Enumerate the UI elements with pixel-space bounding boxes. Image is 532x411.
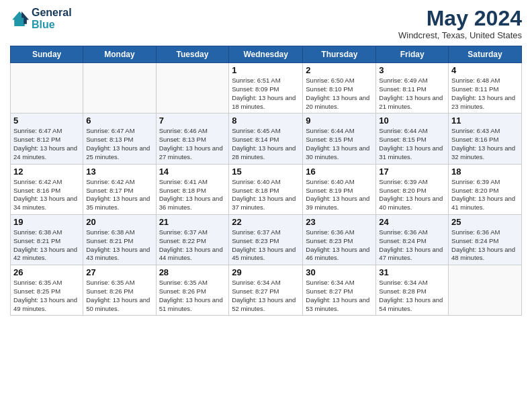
calendar-cell: 27Sunrise: 6:35 AM Sunset: 8:26 PM Dayli… <box>83 265 156 316</box>
logo-text: General Blue <box>32 7 72 30</box>
day-info: Sunrise: 6:41 AM Sunset: 8:18 PM Dayligh… <box>159 178 226 212</box>
day-number: 22 <box>232 217 300 227</box>
day-number: 30 <box>306 267 373 277</box>
col-friday: Friday <box>376 46 449 63</box>
day-info: Sunrise: 6:47 AM Sunset: 8:12 PM Dayligh… <box>13 127 80 161</box>
calendar-cell: 18Sunrise: 6:39 AM Sunset: 8:20 PM Dayli… <box>449 164 522 214</box>
day-info: Sunrise: 6:48 AM Sunset: 8:11 PM Dayligh… <box>451 77 519 111</box>
day-number: 21 <box>159 217 226 227</box>
day-number: 8 <box>232 116 300 126</box>
month-year: May 2024 <box>398 7 522 30</box>
day-number: 25 <box>451 217 519 227</box>
calendar-cell: 6Sunrise: 6:47 AM Sunset: 8:13 PM Daylig… <box>83 113 156 164</box>
day-number: 6 <box>86 116 152 126</box>
day-info: Sunrise: 6:45 AM Sunset: 8:14 PM Dayligh… <box>232 127 300 161</box>
col-saturday: Saturday <box>449 46 522 63</box>
calendar-cell: 17Sunrise: 6:39 AM Sunset: 8:20 PM Dayli… <box>376 164 449 214</box>
day-info: Sunrise: 6:35 AM Sunset: 8:26 PM Dayligh… <box>159 279 226 313</box>
day-info: Sunrise: 6:36 AM Sunset: 8:24 PM Dayligh… <box>451 228 519 263</box>
calendar-cell: 5Sunrise: 6:47 AM Sunset: 8:12 PM Daylig… <box>11 113 83 164</box>
calendar-cell: 29Sunrise: 6:34 AM Sunset: 8:27 PM Dayli… <box>229 265 303 316</box>
calendar-cell: 19Sunrise: 6:38 AM Sunset: 8:21 PM Dayli… <box>11 214 83 265</box>
col-monday: Monday <box>83 46 156 63</box>
calendar-cell: 11Sunrise: 6:43 AM Sunset: 8:16 PM Dayli… <box>449 113 522 164</box>
col-sunday: Sunday <box>11 46 83 63</box>
calendar-week-4: 19Sunrise: 6:38 AM Sunset: 8:21 PM Dayli… <box>11 214 522 265</box>
day-info: Sunrise: 6:42 AM Sunset: 8:17 PM Dayligh… <box>86 178 152 212</box>
day-number: 20 <box>86 217 152 227</box>
calendar-cell: 10Sunrise: 6:44 AM Sunset: 8:15 PM Dayli… <box>376 113 449 164</box>
calendar-cell: 25Sunrise: 6:36 AM Sunset: 8:24 PM Dayli… <box>449 214 522 265</box>
day-number: 23 <box>306 217 373 227</box>
calendar-cell: 21Sunrise: 6:37 AM Sunset: 8:22 PM Dayli… <box>156 214 229 265</box>
day-info: Sunrise: 6:39 AM Sunset: 8:20 PM Dayligh… <box>379 178 445 212</box>
day-number: 28 <box>159 267 226 277</box>
header-row: Sunday Monday Tuesday Wednesday Thursday… <box>11 46 522 63</box>
logo: General Blue <box>10 7 72 30</box>
day-number: 29 <box>232 267 300 277</box>
day-number: 10 <box>379 116 445 126</box>
day-number: 5 <box>13 116 80 126</box>
day-info: Sunrise: 6:34 AM Sunset: 8:27 PM Dayligh… <box>232 279 300 313</box>
day-number: 17 <box>379 167 445 177</box>
day-info: Sunrise: 6:50 AM Sunset: 8:10 PM Dayligh… <box>306 77 373 111</box>
day-info: Sunrise: 6:39 AM Sunset: 8:20 PM Dayligh… <box>451 178 519 212</box>
day-info: Sunrise: 6:42 AM Sunset: 8:16 PM Dayligh… <box>13 178 80 212</box>
calendar-cell: 2Sunrise: 6:50 AM Sunset: 8:10 PM Daylig… <box>303 63 376 113</box>
calendar-cell: 4Sunrise: 6:48 AM Sunset: 8:11 PM Daylig… <box>449 63 522 113</box>
day-info: Sunrise: 6:47 AM Sunset: 8:13 PM Dayligh… <box>86 127 152 161</box>
calendar-cell: 3Sunrise: 6:49 AM Sunset: 8:11 PM Daylig… <box>376 63 449 113</box>
day-info: Sunrise: 6:37 AM Sunset: 8:23 PM Dayligh… <box>232 228 300 263</box>
day-number: 7 <box>159 116 226 126</box>
day-number: 11 <box>451 116 519 126</box>
calendar-cell: 22Sunrise: 6:37 AM Sunset: 8:23 PM Dayli… <box>229 214 303 265</box>
calendar-cell <box>156 63 229 113</box>
calendar-cell: 14Sunrise: 6:41 AM Sunset: 8:18 PM Dayli… <box>156 164 229 214</box>
day-number: 3 <box>379 65 445 75</box>
calendar-cell: 15Sunrise: 6:40 AM Sunset: 8:18 PM Dayli… <box>229 164 303 214</box>
day-number: 31 <box>379 267 445 277</box>
logo-icon <box>10 9 29 28</box>
calendar-table: Sunday Monday Tuesday Wednesday Thursday… <box>10 46 522 316</box>
calendar-cell: 24Sunrise: 6:36 AM Sunset: 8:24 PM Dayli… <box>376 214 449 265</box>
col-tuesday: Tuesday <box>156 46 229 63</box>
header: General Blue May 2024 Windcrest, Texas, … <box>10 7 522 40</box>
day-info: Sunrise: 6:35 AM Sunset: 8:25 PM Dayligh… <box>13 279 80 313</box>
calendar-cell: 23Sunrise: 6:36 AM Sunset: 8:23 PM Dayli… <box>303 214 376 265</box>
calendar-week-2: 5Sunrise: 6:47 AM Sunset: 8:12 PM Daylig… <box>11 113 522 164</box>
calendar-week-5: 26Sunrise: 6:35 AM Sunset: 8:25 PM Dayli… <box>11 265 522 316</box>
day-number: 2 <box>306 65 373 75</box>
calendar-cell <box>449 265 522 316</box>
calendar-cell: 13Sunrise: 6:42 AM Sunset: 8:17 PM Dayli… <box>83 164 156 214</box>
col-thursday: Thursday <box>303 46 376 63</box>
day-info: Sunrise: 6:36 AM Sunset: 8:23 PM Dayligh… <box>306 228 373 263</box>
title-block: May 2024 Windcrest, Texas, United States <box>398 7 522 40</box>
calendar-cell: 20Sunrise: 6:38 AM Sunset: 8:21 PM Dayli… <box>83 214 156 265</box>
day-number: 19 <box>13 217 80 227</box>
day-number: 24 <box>379 217 445 227</box>
calendar-cell: 9Sunrise: 6:44 AM Sunset: 8:15 PM Daylig… <box>303 113 376 164</box>
calendar-cell: 8Sunrise: 6:45 AM Sunset: 8:14 PM Daylig… <box>229 113 303 164</box>
day-info: Sunrise: 6:49 AM Sunset: 8:11 PM Dayligh… <box>379 77 445 111</box>
day-info: Sunrise: 6:36 AM Sunset: 8:24 PM Dayligh… <box>379 228 445 263</box>
calendar-cell: 16Sunrise: 6:40 AM Sunset: 8:19 PM Dayli… <box>303 164 376 214</box>
calendar-week-1: 1Sunrise: 6:51 AM Sunset: 8:09 PM Daylig… <box>11 63 522 113</box>
day-number: 27 <box>86 267 152 277</box>
page: General Blue May 2024 Windcrest, Texas, … <box>0 0 532 411</box>
calendar-cell: 12Sunrise: 6:42 AM Sunset: 8:16 PM Dayli… <box>11 164 83 214</box>
calendar-cell: 26Sunrise: 6:35 AM Sunset: 8:25 PM Dayli… <box>11 265 83 316</box>
day-info: Sunrise: 6:44 AM Sunset: 8:15 PM Dayligh… <box>379 127 445 161</box>
calendar-cell: 1Sunrise: 6:51 AM Sunset: 8:09 PM Daylig… <box>229 63 303 113</box>
col-wednesday: Wednesday <box>229 46 303 63</box>
day-number: 1 <box>232 65 300 75</box>
day-info: Sunrise: 6:43 AM Sunset: 8:16 PM Dayligh… <box>451 127 519 161</box>
calendar-cell: 31Sunrise: 6:34 AM Sunset: 8:28 PM Dayli… <box>376 265 449 316</box>
day-info: Sunrise: 6:34 AM Sunset: 8:27 PM Dayligh… <box>306 279 373 313</box>
day-number: 15 <box>232 167 300 177</box>
day-info: Sunrise: 6:46 AM Sunset: 8:13 PM Dayligh… <box>159 127 226 161</box>
day-number: 18 <box>451 167 519 177</box>
calendar-cell <box>83 63 156 113</box>
calendar-cell <box>11 63 83 113</box>
day-number: 9 <box>306 116 373 126</box>
day-info: Sunrise: 6:51 AM Sunset: 8:09 PM Dayligh… <box>232 77 300 111</box>
